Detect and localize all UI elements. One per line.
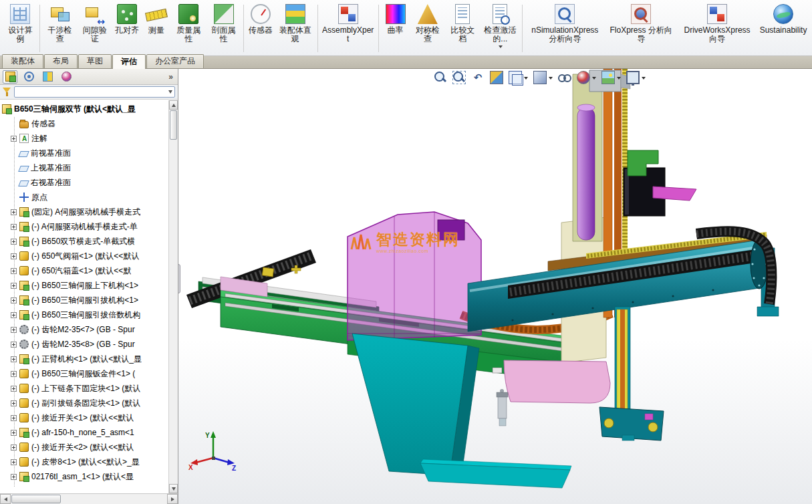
tree-expander-icon[interactable] [11, 312, 17, 318]
tree-item[interactable]: (-) 接近开关<2> (默认<<默认 [2, 440, 178, 455]
ribbon-button-simulationxpress[interactable]: nSimulationXpress 分析向导 [525, 1, 605, 55]
tree-item[interactable]: (-) B650三轴伺服引拔倍数机构 [2, 307, 178, 322]
section-view-button[interactable] [490, 71, 503, 84]
ribbon-button-floxpress[interactable]: FloXpress 分析向导 [605, 1, 677, 55]
tree-expander-icon[interactable] [11, 386, 17, 392]
apply-scene-button[interactable] [601, 71, 621, 84]
scroll-down-button[interactable] [169, 484, 178, 493]
ribbon-button-compare-documents[interactable]: 比较文档 [445, 1, 480, 55]
scroll-up-button[interactable] [169, 100, 178, 110]
tree-item[interactable]: (-) B650三轴伺服钣金件<1> ( [2, 366, 178, 381]
zoom-to-fit-button[interactable] [434, 71, 447, 84]
tree-item[interactable]: (-) B650三轴伺服上下机构<1> [2, 278, 178, 293]
tree-item[interactable]: (-) 650汽箱盖<1> (默认<<默 [2, 263, 178, 278]
model-purple-housing[interactable] [348, 212, 481, 340]
hide-show-items-button[interactable] [558, 71, 571, 84]
tree-item[interactable]: (-) 齿轮M2-35<7> (GB - Spur [2, 322, 178, 337]
zoom-to-area-button[interactable] [452, 71, 466, 84]
ribbon-button-assembly-visualization[interactable]: 装配体直观 [275, 1, 315, 55]
tree-item[interactable]: (-) 齿轮M2-35<8> (GB - Spur [2, 337, 178, 352]
ribbon-button-symmetry-check[interactable]: 对称检查 [410, 1, 445, 55]
tree-expander-icon[interactable] [11, 474, 17, 480]
panel-splitter-grip[interactable] [178, 264, 180, 293]
tree-item[interactable]: 传感器 [2, 116, 178, 131]
tree-expander-icon[interactable] [11, 400, 17, 406]
tree-item[interactable]: (-) 皮带8<1> (默认<<默认>_显 [2, 455, 178, 469]
tree-item[interactable]: (-) 接近开关<1> (默认<<默认 [2, 410, 178, 425]
tab-featuremanager-tree[interactable] [3, 70, 17, 84]
tree-expander-icon[interactable] [11, 371, 17, 377]
scrollbar-thumb[interactable] [170, 110, 177, 140]
tree-expander-icon[interactable] [11, 209, 17, 215]
tree-item[interactable]: 原点 [2, 190, 178, 205]
tree-expander-icon[interactable] [11, 342, 17, 348]
tree-item[interactable]: (-) 上下链条下固定块<1> (默认 [2, 381, 178, 396]
ribbon-button-clearance-verify[interactable]: 间隙验证 [78, 1, 112, 55]
panel-overflow-chevron-icon[interactable]: » [166, 72, 175, 82]
display-style-button[interactable] [533, 71, 553, 84]
ribbon-button-mass-properties[interactable]: 质量属性 [171, 1, 206, 55]
tab-sketch[interactable]: 草图 [78, 54, 112, 68]
view-settings-button[interactable] [626, 71, 646, 84]
tree-horizontal-scrollbar[interactable] [0, 493, 178, 504]
scroll-left-button[interactable] [0, 494, 11, 504]
view-orientation-button[interactable] [509, 71, 528, 84]
ribbon-button-driveworksxpress[interactable]: DriveWorksXpress 向导 [677, 1, 757, 55]
tree-item[interactable]: (-) 650气阀箱<1> (默认<<默认 [2, 249, 178, 263]
tree-expander-icon[interactable] [11, 356, 17, 362]
tree-item[interactable]: (固定) A伺服驱动机械手横走式 [2, 205, 178, 219]
tree-filter-input[interactable] [14, 86, 175, 98]
tree-item[interactable]: (-) A伺服驱动机械手横走式-单 [2, 219, 178, 234]
3d-assembly-model[interactable] [178, 69, 812, 504]
tree-expander-icon[interactable] [11, 327, 17, 333]
tree-root[interactable]: B650三轴伺服双节 (默认<默认_显 [2, 102, 178, 116]
model-vertical-axis-lower[interactable] [599, 307, 664, 440]
ribbon-button-sustainability[interactable]: Sustainability [757, 1, 809, 55]
ribbon-button-measure[interactable]: 测量 [142, 1, 171, 55]
tree-item[interactable]: 注解 [2, 131, 178, 146]
ribbon-button-curvature[interactable]: 曲率 [381, 1, 410, 55]
ribbon-button-check-active-document[interactable]: 检查激活的... [480, 1, 520, 55]
tree-expander-icon[interactable] [11, 136, 17, 142]
edit-appearance-button[interactable] [577, 71, 596, 84]
tree-expander-icon[interactable] [11, 283, 17, 289]
ribbon-button-sensor[interactable]: 传感器 [246, 1, 275, 55]
previous-view-button[interactable]: ↶ [471, 71, 485, 84]
tree-expander-icon[interactable] [11, 430, 17, 436]
tree-expander-icon[interactable] [11, 253, 17, 259]
tab-displaymanager[interactable] [59, 70, 74, 84]
tree-item[interactable]: 右视基准面 [2, 175, 178, 190]
tree-vertical-scrollbar[interactable] [168, 100, 178, 493]
tree-item[interactable]: 前视基准面 [2, 146, 178, 160]
scrollbar-thumb[interactable] [11, 495, 61, 503]
ribbon-button-hole-alignment[interactable]: 孔对齐 [112, 1, 142, 55]
tab-evaluate[interactable]: 评估 [112, 54, 146, 69]
graphics-viewport[interactable]: ↶ [178, 69, 812, 504]
scroll-right-button[interactable] [167, 494, 178, 504]
model-pink-cover[interactable] [497, 360, 610, 426]
tree-item[interactable]: (-) 副引拔链条固定块<1> (默认 [2, 396, 178, 410]
tab-propertymanager[interactable] [21, 70, 36, 84]
tree-item[interactable]: (-) B650三轴伺服引拔机构<1> [2, 293, 178, 307]
tree-expander-icon[interactable] [11, 445, 17, 451]
tree-expander-icon[interactable] [11, 224, 17, 230]
tree-expander-icon[interactable] [11, 268, 17, 274]
ribbon-button-interference-check[interactable]: 干涉检查 [42, 1, 77, 55]
ribbon-button-assemblyxpert[interactable]: AssemblyXpert [320, 1, 376, 55]
tree-expander-icon[interactable] [11, 459, 17, 465]
ribbon-button-design-study[interactable]: 设计算例 [3, 1, 37, 55]
tree-expander-icon[interactable] [11, 297, 17, 303]
tree-item[interactable]: 上视基准面 [2, 160, 178, 175]
tab-configurationmanager[interactable] [40, 70, 55, 84]
tab-office-products[interactable]: 办公室产品 [146, 54, 204, 68]
tree-item[interactable]: (-) 正臂机构<1> (默认<默认_显 [2, 352, 178, 366]
tree-item[interactable]: (-) afr-150-h_none_5_asm<1 [2, 425, 178, 440]
tree-item[interactable]: 02176tl_asm_1<1> (默认<显 [2, 469, 178, 484]
tree-expander-icon[interactable] [11, 415, 17, 421]
tab-assembly[interactable]: 装配体 [2, 54, 43, 68]
tab-layout[interactable]: 布局 [44, 54, 78, 68]
chevron-down-icon [592, 77, 596, 80]
tree-item[interactable]: (-) B650双节横走式-单截式横 [2, 234, 178, 249]
tree-expander-icon[interactable] [11, 239, 17, 245]
ribbon-button-section-properties[interactable]: 剖面属性 [206, 1, 241, 55]
